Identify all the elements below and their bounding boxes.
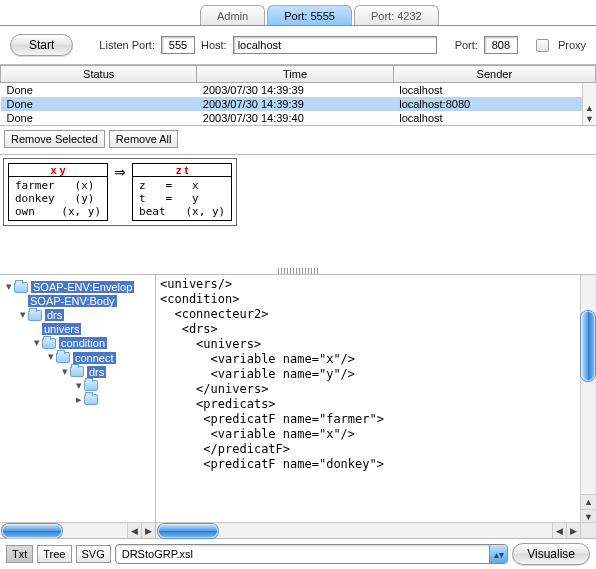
footer-bar: Txt Tree SVG DRStoGRP.xsl ▴▾ Visualise	[0, 539, 596, 569]
xml-vscroll[interactable]: ▲▼	[580, 275, 596, 522]
drs-right-body: z = x t = y beat (x, y)	[133, 177, 231, 220]
scrollbar-thumb[interactable]	[158, 524, 218, 538]
scroll-right-icon[interactable]: ▶	[141, 523, 155, 538]
toggle-svg[interactable]: SVG	[76, 545, 111, 563]
diagram-box: x y farmer (x) donkey (y) own (x, y) ⇒ z…	[3, 158, 237, 226]
col-time[interactable]: Time	[197, 66, 393, 83]
disclosure-icon[interactable]: ▾	[32, 336, 42, 349]
tree-hscroll[interactable]: ◀▶	[0, 522, 155, 538]
drs-right: z t z = x t = y beat (x, y)	[132, 163, 232, 221]
col-status[interactable]: Status	[1, 66, 197, 83]
tree-node[interactable]: univers	[32, 322, 153, 335]
start-button[interactable]: Start	[10, 34, 73, 56]
disclosure-icon[interactable]: ▾	[60, 365, 70, 378]
host-label: Host:	[201, 39, 227, 51]
tree-node[interactable]: ▾	[74, 379, 153, 392]
port-input[interactable]	[484, 36, 518, 54]
tab-admin[interactable]: Admin	[200, 5, 265, 25]
scroll-left-icon[interactable]: ◀	[552, 523, 566, 538]
scrollbar-thumb[interactable]	[2, 524, 62, 538]
lower-split: ▾SOAP-ENV:Envelop SOAP-ENV:Body ▾drs uni…	[0, 275, 596, 539]
drs-left: x y farmer (x) donkey (y) own (x, y)	[8, 163, 108, 221]
disclosure-icon[interactable]: ▾	[4, 280, 14, 293]
remove-all-button[interactable]: Remove All	[109, 130, 179, 148]
tree-node[interactable]: SOAP-ENV:Body	[18, 294, 153, 307]
tree-node[interactable]: ▾drs univers ▾condition ▾connect ▾drs	[18, 308, 153, 405]
tab-port-5555[interactable]: Port: 5555	[267, 5, 352, 25]
listen-port-label: Listen Port:	[99, 39, 155, 51]
xml-hscroll[interactable]: ◀▶	[156, 522, 580, 538]
scroll-up-icon[interactable]: ▲	[581, 494, 596, 509]
tree-node[interactable]: ▸	[74, 393, 153, 406]
folder-icon	[56, 352, 70, 363]
scroll-right-icon[interactable]: ▶	[566, 523, 580, 538]
toggle-tree[interactable]: Tree	[37, 545, 71, 563]
stylesheet-combo[interactable]: DRStoGRP.xsl ▴▾	[115, 544, 508, 564]
col-sender[interactable]: Sender	[393, 66, 595, 83]
table-vscroll[interactable]: ▲ ▼	[582, 83, 596, 125]
scroll-left-icon[interactable]: ◀	[127, 523, 141, 538]
folder-icon	[84, 380, 98, 391]
host-input[interactable]	[233, 36, 437, 54]
table-row[interactable]: Done 2003/07/30 14:39:39 localhost:8080	[1, 97, 596, 111]
listen-port-input[interactable]	[161, 36, 195, 54]
drs-right-header: z t	[133, 164, 231, 177]
request-table: Status Time Sender Done 2003/07/30 14:39…	[0, 65, 596, 126]
proxy-checkbox[interactable]	[536, 39, 549, 52]
disclosure-icon[interactable]: ▾	[74, 379, 84, 392]
tree-node[interactable]: ▾connect ▾drs ▾ ▸	[46, 350, 153, 405]
xml-source[interactable]: <univers/> <condition> <connecteur2> <dr…	[156, 275, 580, 522]
tab-port-4232[interactable]: Port: 4232	[354, 5, 439, 25]
scroll-down-icon[interactable]: ▼	[581, 509, 596, 524]
folder-icon	[70, 366, 84, 377]
drs-left-body: farmer (x) donkey (y) own (x, y)	[9, 177, 107, 220]
remove-selected-button[interactable]: Remove Selected	[4, 130, 105, 148]
diagram-panel: x y farmer (x) donkey (y) own (x, y) ⇒ z…	[0, 155, 596, 275]
folder-icon	[84, 394, 98, 405]
combo-value: DRStoGRP.xsl	[116, 545, 489, 563]
table-row[interactable]: Done 2003/07/30 14:39:39 localhost	[1, 83, 596, 98]
tabbar: Admin Port: 5555 Port: 4232	[0, 0, 596, 26]
scroll-down-icon[interactable]: ▼	[583, 114, 596, 125]
visualise-button[interactable]: Visualise	[512, 543, 590, 565]
scrollbar-thumb[interactable]	[581, 311, 595, 381]
tree-node[interactable]: ▾drs ▾ ▸	[60, 365, 153, 406]
table-actions: Remove Selected Remove All	[0, 126, 596, 155]
tree-node-root[interactable]: ▾SOAP-ENV:Envelop SOAP-ENV:Body ▾drs uni…	[4, 280, 153, 406]
splitter-handle[interactable]	[278, 268, 318, 274]
connection-controls: Start Listen Port: Host: Port: Proxy	[0, 26, 596, 65]
disclosure-icon[interactable]: ▾	[46, 350, 56, 363]
arrow-icon: ⇒	[112, 163, 128, 180]
xml-tree[interactable]: ▾SOAP-ENV:Envelop SOAP-ENV:Body ▾drs uni…	[0, 275, 155, 522]
port-label: Port:	[455, 39, 478, 51]
table-row[interactable]: Done 2003/07/30 14:39:40 localhost	[1, 111, 596, 125]
drs-left-header: x y	[9, 164, 107, 177]
proxy-label: Proxy	[558, 39, 586, 51]
folder-icon	[28, 310, 42, 321]
scroll-corner	[580, 522, 596, 538]
tree-pane: ▾SOAP-ENV:Envelop SOAP-ENV:Body ▾drs uni…	[0, 275, 156, 538]
combo-dropdown-icon[interactable]: ▴▾	[489, 545, 507, 563]
folder-icon	[42, 338, 56, 349]
folder-icon	[14, 282, 28, 293]
disclosure-icon[interactable]: ▸	[74, 393, 84, 406]
scroll-up-icon[interactable]: ▲	[583, 103, 596, 114]
tree-node[interactable]: ▾condition ▾connect ▾drs ▾ ▸	[32, 336, 153, 405]
disclosure-icon[interactable]: ▾	[18, 308, 28, 321]
toggle-txt[interactable]: Txt	[6, 545, 33, 563]
